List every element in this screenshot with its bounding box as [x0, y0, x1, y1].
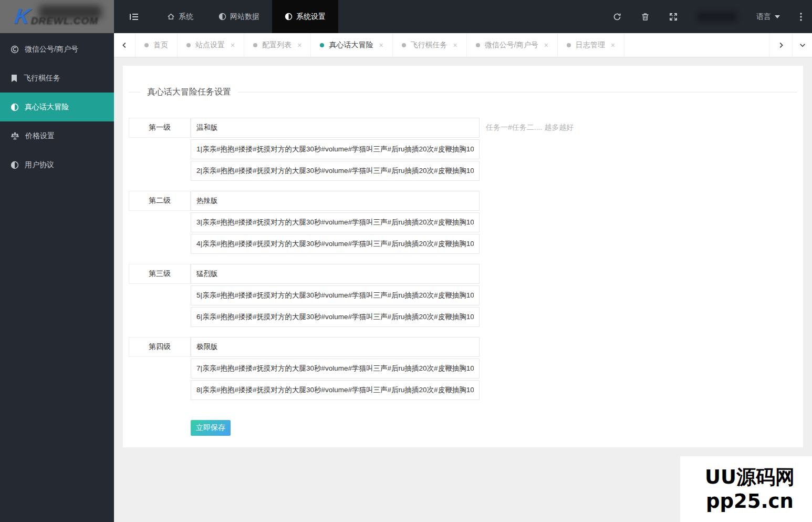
- tab-label: 配置列表: [262, 40, 292, 50]
- row-spacer: [129, 234, 191, 254]
- level-label: 第三级: [129, 264, 191, 284]
- sidebar-item-label: 价格设置: [25, 131, 55, 141]
- level-group-2: 第二级: [129, 191, 797, 254]
- tasks-input[interactable]: [191, 234, 480, 254]
- bookmark-icon: [11, 74, 18, 83]
- level-name-input[interactable]: [191, 118, 480, 138]
- fieldset-header: 真心话大冒险任务设置: [129, 87, 797, 98]
- tab-flight-chess-tasks[interactable]: 飞行棋任务 ×: [393, 33, 467, 57]
- tab-config-list[interactable]: 配置列表 ×: [244, 33, 311, 57]
- tab-dot-icon: [402, 43, 406, 47]
- level-label: 第二级: [129, 191, 191, 211]
- fullscreen-button[interactable]: [659, 0, 688, 33]
- tasks-hint-text: 任务一#任务二.... 越多越好: [486, 123, 574, 132]
- tasks-input[interactable]: [191, 139, 480, 159]
- level-group-4: 第四级: [129, 337, 797, 400]
- clear-cache-button[interactable]: [631, 0, 659, 33]
- sidebar-item-label: 微信公号/商户号: [25, 45, 78, 54]
- level-name-input[interactable]: [191, 264, 480, 284]
- official-account-icon: [11, 45, 19, 54]
- navbar-menu: 系统 网站数据 系统设置: [114, 0, 338, 33]
- navbar-item-site-data[interactable]: 网站数据: [206, 0, 272, 33]
- tasks-input[interactable]: [191, 161, 480, 181]
- content-area: 真心话大冒险任务设置 第一级 任务一#任务二.... 越多越好: [114, 57, 812, 522]
- divider: [129, 92, 140, 93]
- tab-site-settings[interactable]: 站点设置 ×: [178, 33, 244, 57]
- sidebar-item-wechat-account[interactable]: 微信公号/商户号: [0, 35, 114, 64]
- navbar-item-label: 网站数据: [230, 12, 259, 22]
- level-label: 第四级: [129, 337, 191, 357]
- tasks-input[interactable]: [191, 359, 480, 378]
- form-row: [129, 285, 797, 305]
- level-name-input[interactable]: [191, 191, 480, 211]
- language-dropdown[interactable]: 语言: [746, 0, 790, 33]
- navbar-item-system-settings[interactable]: 系统设置: [272, 0, 338, 33]
- tasks-input[interactable]: [191, 212, 480, 232]
- row-spacer: [129, 139, 191, 159]
- caret-down-icon: [775, 15, 780, 18]
- logo: K DREWL.COM: [0, 0, 114, 33]
- tasks-input[interactable]: [191, 307, 480, 327]
- tab-label: 飞行棋任务: [411, 40, 447, 50]
- level-name-input[interactable]: [191, 337, 480, 357]
- save-button[interactable]: 立即保存: [191, 420, 231, 436]
- close-icon[interactable]: ×: [611, 41, 615, 49]
- tab-dot-icon: [144, 43, 149, 47]
- tab-label: 站点设置: [195, 40, 225, 50]
- watermark-line1: UU源码网: [705, 465, 795, 489]
- tab-dot-icon: [186, 43, 191, 47]
- tab-label: 首页: [153, 40, 168, 50]
- contrast-icon: [11, 103, 19, 111]
- language-label: 语言: [756, 12, 771, 22]
- tabs-scroll-right-button[interactable]: [769, 33, 792, 57]
- tabs-scroll-left-button[interactable]: [114, 33, 136, 57]
- sidebar-item-flight-chess-tasks[interactable]: 飞行棋任务: [0, 64, 114, 93]
- chevron-down-icon: [799, 42, 806, 49]
- close-icon[interactable]: ×: [453, 41, 457, 49]
- more-menu-button[interactable]: [790, 0, 812, 33]
- collapse-sidebar-button[interactable]: [114, 0, 154, 33]
- tab-truth-or-dare[interactable]: 真心话大冒险 ×: [311, 33, 392, 57]
- contrast-icon: [285, 13, 293, 21]
- row-spacer: [129, 307, 191, 327]
- row-spacer: [129, 285, 191, 305]
- tabs-menu-button[interactable]: [792, 33, 812, 57]
- row-spacer: [129, 161, 191, 181]
- sidebar-item-label: 飞行棋任务: [24, 74, 60, 83]
- tab-home[interactable]: 首页: [136, 33, 178, 57]
- sidebar: 微信公号/商户号 飞行棋任务 真心话大冒险 价格设置 用户协议: [0, 33, 114, 522]
- tab-log-management[interactable]: 日志管理 ×: [558, 33, 624, 57]
- form-row: [129, 380, 797, 400]
- contrast-icon: [218, 13, 226, 21]
- divider: [238, 92, 797, 93]
- settings-panel: 真心话大冒险任务设置 第一级 任务一#任务二.... 越多越好: [123, 66, 803, 447]
- brand-letter: K: [13, 5, 32, 28]
- level-group-3: 第三级: [129, 264, 797, 327]
- tab-wechat-account[interactable]: 微信公号/商户号 ×: [467, 33, 558, 57]
- close-icon[interactable]: ×: [297, 41, 301, 49]
- tab-bar: 首页 站点设置 × 配置列表 × 真心话大冒险 × 飞行棋任务 ×: [114, 33, 812, 57]
- form-row: [129, 234, 797, 254]
- close-icon[interactable]: ×: [231, 41, 235, 49]
- form-row: 第四级: [129, 337, 797, 357]
- sidebar-item-price-settings[interactable]: 价格设置: [0, 121, 114, 150]
- tasks-input[interactable]: [191, 380, 480, 400]
- trash-icon: [641, 13, 649, 21]
- tab-label: 真心话大冒险: [329, 40, 373, 50]
- refresh-button[interactable]: [603, 0, 631, 33]
- close-icon[interactable]: ×: [544, 41, 548, 49]
- tab-dot-icon: [567, 43, 571, 47]
- tasks-input[interactable]: [191, 285, 480, 305]
- chevron-right-icon: [777, 42, 785, 49]
- sidebar-item-user-agreement[interactable]: 用户协议: [0, 150, 114, 179]
- sidebar-item-truth-or-dare[interactable]: 真心话大冒险: [0, 93, 114, 121]
- home-icon: [167, 13, 175, 21]
- blurred-text: [698, 12, 736, 21]
- sidebar-item-label: 用户协议: [25, 160, 54, 170]
- kebab-icon: [800, 13, 802, 21]
- close-icon[interactable]: ×: [379, 41, 383, 49]
- navbar-item-system[interactable]: 系统: [154, 0, 206, 33]
- form-row: [129, 139, 797, 159]
- navbar-item-label: 系统设置: [296, 12, 326, 22]
- tab-dot-icon: [476, 43, 480, 47]
